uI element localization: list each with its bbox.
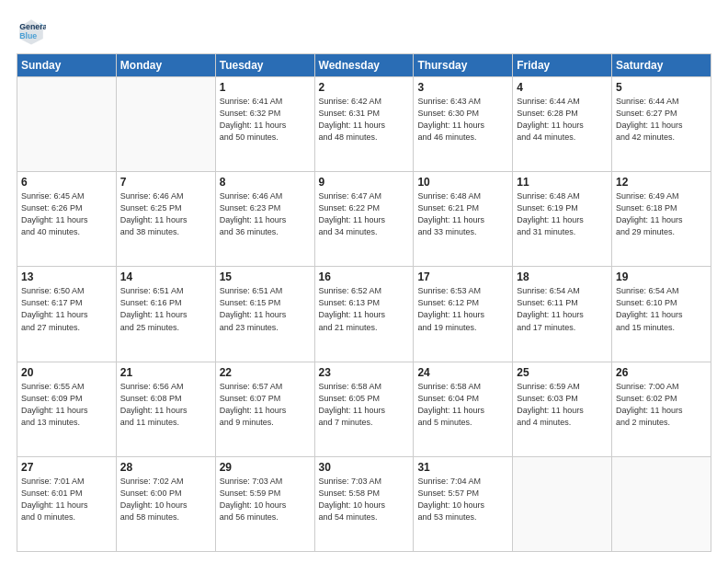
calendar-cell: 7Sunrise: 6:46 AM Sunset: 6:25 PM Daylig… xyxy=(116,172,215,267)
calendar-cell: 21Sunrise: 6:56 AM Sunset: 6:08 PM Dayli… xyxy=(116,362,215,456)
calendar-cell: 1Sunrise: 6:41 AM Sunset: 6:32 PM Daylig… xyxy=(215,77,314,172)
logo-icon: General Blue xyxy=(17,17,46,46)
day-detail: Sunrise: 6:45 AM Sunset: 6:26 PM Dayligh… xyxy=(21,190,112,238)
calendar-cell: 8Sunrise: 6:46 AM Sunset: 6:23 PM Daylig… xyxy=(215,172,314,267)
col-monday: Monday xyxy=(116,54,215,77)
day-detail: Sunrise: 6:47 AM Sunset: 6:22 PM Dayligh… xyxy=(319,190,410,238)
day-number: 28 xyxy=(120,461,211,474)
calendar-cell: 6Sunrise: 6:45 AM Sunset: 6:26 PM Daylig… xyxy=(17,172,117,267)
day-number: 10 xyxy=(417,176,508,189)
calendar-cell xyxy=(116,77,215,172)
calendar-cell: 20Sunrise: 6:55 AM Sunset: 6:09 PM Dayli… xyxy=(17,362,117,456)
calendar-cell: 24Sunrise: 6:58 AM Sunset: 6:04 PM Dayli… xyxy=(414,362,513,456)
logo: General Blue xyxy=(17,17,51,46)
week-row-1: 6Sunrise: 6:45 AM Sunset: 6:26 PM Daylig… xyxy=(17,172,711,267)
day-number: 21 xyxy=(120,366,211,379)
day-detail: Sunrise: 7:04 AM Sunset: 5:57 PM Dayligh… xyxy=(417,476,508,523)
day-number: 17 xyxy=(417,270,508,283)
day-number: 18 xyxy=(517,270,608,283)
svg-text:Blue: Blue xyxy=(19,31,37,40)
calendar-cell: 14Sunrise: 6:51 AM Sunset: 6:16 PM Dayli… xyxy=(116,267,215,362)
day-detail: Sunrise: 7:03 AM Sunset: 5:59 PM Dayligh… xyxy=(220,476,311,523)
calendar-cell: 19Sunrise: 6:54 AM Sunset: 6:10 PM Dayli… xyxy=(612,267,711,362)
day-detail: Sunrise: 6:48 AM Sunset: 6:21 PM Dayligh… xyxy=(417,190,508,238)
calendar-cell: 29Sunrise: 7:03 AM Sunset: 5:59 PM Dayli… xyxy=(215,456,314,551)
calendar-cell: 22Sunrise: 6:57 AM Sunset: 6:07 PM Dayli… xyxy=(215,362,314,456)
day-detail: Sunrise: 6:41 AM Sunset: 6:32 PM Dayligh… xyxy=(220,96,311,144)
calendar-cell: 18Sunrise: 6:54 AM Sunset: 6:11 PM Dayli… xyxy=(513,267,612,362)
day-detail: Sunrise: 6:54 AM Sunset: 6:10 PM Dayligh… xyxy=(616,285,707,333)
col-thursday: Thursday xyxy=(414,54,513,77)
day-detail: Sunrise: 6:48 AM Sunset: 6:19 PM Dayligh… xyxy=(517,190,608,238)
calendar-table: Sunday Monday Tuesday Wednesday Thursday… xyxy=(17,53,711,552)
day-detail: Sunrise: 6:51 AM Sunset: 6:15 PM Dayligh… xyxy=(220,285,311,333)
day-detail: Sunrise: 6:49 AM Sunset: 6:18 PM Dayligh… xyxy=(616,190,707,238)
day-number: 16 xyxy=(319,270,410,283)
calendar-cell: 30Sunrise: 7:03 AM Sunset: 5:58 PM Dayli… xyxy=(314,456,414,551)
calendar-header-row: Sunday Monday Tuesday Wednesday Thursday… xyxy=(17,54,711,77)
day-detail: Sunrise: 6:58 AM Sunset: 6:04 PM Dayligh… xyxy=(417,381,508,429)
svg-text:General: General xyxy=(19,22,46,31)
calendar-cell: 27Sunrise: 7:01 AM Sunset: 6:01 PM Dayli… xyxy=(17,456,117,551)
calendar-cell: 4Sunrise: 6:44 AM Sunset: 6:28 PM Daylig… xyxy=(513,77,612,172)
day-number: 8 xyxy=(220,176,311,189)
day-detail: Sunrise: 6:42 AM Sunset: 6:31 PM Dayligh… xyxy=(319,96,410,144)
calendar-cell: 26Sunrise: 7:00 AM Sunset: 6:02 PM Dayli… xyxy=(612,362,711,456)
day-detail: Sunrise: 7:01 AM Sunset: 6:01 PM Dayligh… xyxy=(21,476,112,523)
calendar-cell: 11Sunrise: 6:48 AM Sunset: 6:19 PM Dayli… xyxy=(513,172,612,267)
calendar-cell: 13Sunrise: 6:50 AM Sunset: 6:17 PM Dayli… xyxy=(17,267,117,362)
day-detail: Sunrise: 6:59 AM Sunset: 6:03 PM Dayligh… xyxy=(517,381,608,429)
col-sunday: Sunday xyxy=(17,54,117,77)
day-number: 22 xyxy=(220,366,311,379)
col-friday: Friday xyxy=(513,54,612,77)
calendar-cell: 31Sunrise: 7:04 AM Sunset: 5:57 PM Dayli… xyxy=(414,456,513,551)
day-detail: Sunrise: 6:57 AM Sunset: 6:07 PM Dayligh… xyxy=(220,381,311,429)
day-number: 2 xyxy=(319,81,410,94)
calendar-cell: 2Sunrise: 6:42 AM Sunset: 6:31 PM Daylig… xyxy=(314,77,414,172)
day-detail: Sunrise: 6:43 AM Sunset: 6:30 PM Dayligh… xyxy=(417,96,508,144)
day-detail: Sunrise: 6:44 AM Sunset: 6:27 PM Dayligh… xyxy=(616,96,707,144)
calendar-cell: 5Sunrise: 6:44 AM Sunset: 6:27 PM Daylig… xyxy=(612,77,711,172)
day-number: 15 xyxy=(220,270,311,283)
calendar-cell xyxy=(17,77,117,172)
day-detail: Sunrise: 6:54 AM Sunset: 6:11 PM Dayligh… xyxy=(517,285,608,333)
day-number: 9 xyxy=(319,176,410,189)
day-number: 14 xyxy=(120,270,211,283)
day-detail: Sunrise: 6:44 AM Sunset: 6:28 PM Dayligh… xyxy=(517,96,608,144)
day-detail: Sunrise: 6:46 AM Sunset: 6:23 PM Dayligh… xyxy=(220,190,311,238)
calendar-cell: 17Sunrise: 6:53 AM Sunset: 6:12 PM Dayli… xyxy=(414,267,513,362)
week-row-4: 27Sunrise: 7:01 AM Sunset: 6:01 PM Dayli… xyxy=(17,456,711,551)
week-row-0: 1Sunrise: 6:41 AM Sunset: 6:32 PM Daylig… xyxy=(17,77,711,172)
day-number: 20 xyxy=(21,366,112,379)
day-detail: Sunrise: 6:56 AM Sunset: 6:08 PM Dayligh… xyxy=(120,381,211,429)
col-tuesday: Tuesday xyxy=(215,54,314,77)
day-detail: Sunrise: 6:51 AM Sunset: 6:16 PM Dayligh… xyxy=(120,285,211,333)
day-number: 12 xyxy=(616,176,707,189)
calendar-cell: 28Sunrise: 7:02 AM Sunset: 6:00 PM Dayli… xyxy=(116,456,215,551)
day-detail: Sunrise: 6:55 AM Sunset: 6:09 PM Dayligh… xyxy=(21,381,112,429)
day-number: 6 xyxy=(21,176,112,189)
calendar-cell: 10Sunrise: 6:48 AM Sunset: 6:21 PM Dayli… xyxy=(414,172,513,267)
calendar-page: General Blue Sunday Monday Tuesday Wedne… xyxy=(0,0,728,563)
day-number: 11 xyxy=(517,176,608,189)
day-number: 26 xyxy=(616,366,707,379)
col-wednesday: Wednesday xyxy=(314,54,414,77)
day-number: 1 xyxy=(220,81,311,94)
day-number: 13 xyxy=(21,270,112,283)
day-detail: Sunrise: 7:03 AM Sunset: 5:58 PM Dayligh… xyxy=(319,476,410,523)
calendar-cell: 25Sunrise: 6:59 AM Sunset: 6:03 PM Dayli… xyxy=(513,362,612,456)
calendar-cell: 15Sunrise: 6:51 AM Sunset: 6:15 PM Dayli… xyxy=(215,267,314,362)
day-number: 27 xyxy=(21,461,112,474)
day-number: 23 xyxy=(319,366,410,379)
day-number: 3 xyxy=(417,81,508,94)
calendar-cell: 12Sunrise: 6:49 AM Sunset: 6:18 PM Dayli… xyxy=(612,172,711,267)
day-number: 30 xyxy=(319,461,410,474)
page-header: General Blue xyxy=(17,17,711,46)
day-detail: Sunrise: 7:02 AM Sunset: 6:00 PM Dayligh… xyxy=(120,476,211,523)
day-detail: Sunrise: 6:50 AM Sunset: 6:17 PM Dayligh… xyxy=(21,285,112,333)
day-detail: Sunrise: 6:53 AM Sunset: 6:12 PM Dayligh… xyxy=(417,285,508,333)
day-detail: Sunrise: 7:00 AM Sunset: 6:02 PM Dayligh… xyxy=(616,381,707,429)
calendar-cell: 16Sunrise: 6:52 AM Sunset: 6:13 PM Dayli… xyxy=(314,267,414,362)
week-row-2: 13Sunrise: 6:50 AM Sunset: 6:17 PM Dayli… xyxy=(17,267,711,362)
day-detail: Sunrise: 6:52 AM Sunset: 6:13 PM Dayligh… xyxy=(319,285,410,333)
